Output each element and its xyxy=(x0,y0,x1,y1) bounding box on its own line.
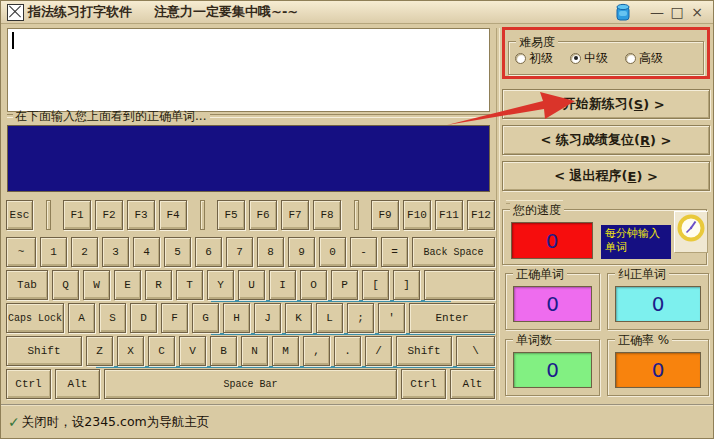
groupbox-line xyxy=(210,114,490,118)
radio-label: 初级 xyxy=(529,50,553,67)
key-bracket-right[interactable]: ] xyxy=(393,270,420,300)
key-tab[interactable]: Tab xyxy=(6,270,48,300)
key-f9[interactable]: F9 xyxy=(371,200,399,230)
radio-icon xyxy=(570,53,581,64)
groupbox-line xyxy=(7,114,13,118)
key-r[interactable]: R xyxy=(145,270,172,300)
key-minus[interactable]: - xyxy=(350,237,377,267)
button-mnemonic: E xyxy=(628,169,637,184)
key-f6[interactable]: F6 xyxy=(249,200,277,230)
finger-zone-marker xyxy=(211,300,451,302)
key-f[interactable]: F xyxy=(161,303,188,333)
key-h[interactable]: H xyxy=(223,303,250,333)
key-c[interactable]: C xyxy=(148,336,175,366)
key-t[interactable]: T xyxy=(176,270,203,300)
corrected-words-legend: 纠正单词 xyxy=(615,266,669,283)
typing-input-area[interactable] xyxy=(7,28,490,112)
start-new-practice-button[interactable]: < 开始新练习(S) > xyxy=(502,89,710,119)
key-f1[interactable]: F1 xyxy=(63,200,91,230)
key-8[interactable]: 8 xyxy=(257,237,284,267)
key-tilde[interactable]: ~ xyxy=(6,237,36,267)
difficulty-radio-advanced[interactable]: 高级 xyxy=(625,50,663,67)
key-f8[interactable]: F8 xyxy=(313,200,341,230)
key-f10[interactable]: F10 xyxy=(403,200,431,230)
key-q[interactable]: Q xyxy=(52,270,79,300)
key-ctrl[interactable]: Ctrl xyxy=(401,369,446,399)
key-v[interactable]: V xyxy=(179,336,206,366)
minimize-button[interactable]: — xyxy=(647,2,667,22)
key-space-bar[interactable]: Space Bar xyxy=(104,369,397,399)
key-l[interactable]: L xyxy=(316,303,343,333)
key-6[interactable]: 6 xyxy=(195,237,222,267)
keyboard-row: ~1234567890-=Back Space xyxy=(6,237,495,267)
accuracy-groupbox: 正确率 % 0 xyxy=(607,339,709,396)
key-a[interactable]: A xyxy=(68,303,95,333)
key-blank[interactable] xyxy=(424,270,495,300)
key-d[interactable]: D xyxy=(130,303,157,333)
key-0[interactable]: 0 xyxy=(319,237,346,267)
key-ctrl[interactable]: Ctrl xyxy=(6,369,51,399)
key-esc[interactable]: Esc xyxy=(6,200,33,230)
key-w[interactable]: W xyxy=(83,270,110,300)
key-o[interactable]: O xyxy=(300,270,327,300)
key-f4[interactable]: F4 xyxy=(159,200,187,230)
correct-words-legend: 正确单词 xyxy=(513,266,567,283)
key-u[interactable]: U xyxy=(238,270,265,300)
key-f11[interactable]: F11 xyxy=(435,200,463,230)
key-slash[interactable]: / xyxy=(365,336,392,366)
key-5[interactable]: 5 xyxy=(164,237,191,267)
speed-unit-label: 每分钟输入单词 xyxy=(601,225,671,259)
exit-program-button[interactable]: < 退出程序(E) > xyxy=(502,161,710,191)
key-z[interactable]: Z xyxy=(86,336,113,366)
key-3[interactable]: 3 xyxy=(102,237,129,267)
key-alt[interactable]: Alt xyxy=(450,369,495,399)
difficulty-groupbox: 难易度 初级中级高级 xyxy=(508,41,704,75)
key-back-space[interactable]: Back Space xyxy=(412,237,495,267)
key-i[interactable]: I xyxy=(269,270,296,300)
maximize-button[interactable]: □ xyxy=(667,2,687,22)
key-n[interactable]: N xyxy=(241,336,268,366)
key-f2[interactable]: F2 xyxy=(95,200,123,230)
key-9[interactable]: 9 xyxy=(288,237,315,267)
key-backslash[interactable]: \ xyxy=(456,336,495,366)
key-semicolon[interactable]: ; xyxy=(347,303,374,333)
key-s[interactable]: S xyxy=(99,303,126,333)
key-e[interactable]: E xyxy=(114,270,141,300)
key-f3[interactable]: F3 xyxy=(127,200,155,230)
difficulty-radio-beginner[interactable]: 初级 xyxy=(515,50,553,67)
key-g[interactable]: G xyxy=(192,303,219,333)
key-2[interactable]: 2 xyxy=(71,237,98,267)
key-equals[interactable]: = xyxy=(381,237,408,267)
key-bracket-left[interactable]: [ xyxy=(362,270,389,300)
key-caps-lock[interactable]: Caps Lock xyxy=(6,303,64,333)
key-alt[interactable]: Alt xyxy=(55,369,100,399)
key-shift[interactable]: Shift xyxy=(6,336,82,366)
key-1[interactable]: 1 xyxy=(40,237,67,267)
key-comma[interactable]: , xyxy=(303,336,330,366)
difficulty-radio-intermediate[interactable]: 中级 xyxy=(570,50,608,67)
homepage-checkbox[interactable]: ✓ 关闭时，设2345.com为导航主页 xyxy=(8,414,209,431)
key-apostrophe[interactable]: ' xyxy=(378,303,405,333)
key-f12[interactable]: F12 xyxy=(467,200,495,230)
blue-mascot-icon[interactable] xyxy=(613,2,633,22)
key-4[interactable]: 4 xyxy=(133,237,160,267)
key-x[interactable]: X xyxy=(117,336,144,366)
key-7[interactable]: 7 xyxy=(226,237,253,267)
key-shift[interactable]: Shift xyxy=(396,336,452,366)
key-enter[interactable]: Enter xyxy=(409,303,495,333)
window-subtitle: 注意力一定要集中哦~-~ xyxy=(154,3,298,21)
key-m[interactable]: M xyxy=(272,336,299,366)
key-p[interactable]: P xyxy=(331,270,358,300)
close-button[interactable]: × xyxy=(687,2,707,22)
key-y[interactable]: Y xyxy=(207,270,234,300)
key-f7[interactable]: F7 xyxy=(281,200,309,230)
key-period[interactable]: . xyxy=(334,336,361,366)
key-b[interactable]: B xyxy=(210,336,237,366)
panel-divider xyxy=(496,28,500,400)
prompt-label-row: 在下面输入您上面看到的正确单词... xyxy=(7,108,490,124)
keyboard-row: TabQWERTYUIOP[] xyxy=(6,270,495,300)
key-j[interactable]: J xyxy=(254,303,281,333)
reset-score-button[interactable]: < 练习成绩复位(R) > xyxy=(502,125,710,155)
key-k[interactable]: K xyxy=(285,303,312,333)
key-f5[interactable]: F5 xyxy=(217,200,245,230)
